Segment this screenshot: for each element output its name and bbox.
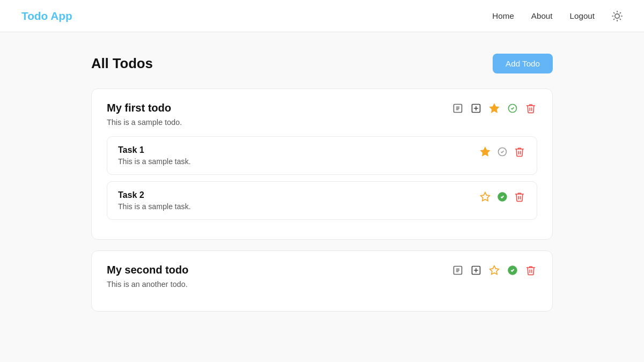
task2-star-empty-icon bbox=[480, 191, 491, 202]
task-description: This is a sample task. bbox=[118, 157, 479, 166]
brand-logo: Todo App bbox=[21, 10, 72, 23]
complete-todo2-button[interactable] bbox=[506, 264, 519, 277]
sun-icon bbox=[612, 11, 623, 21]
todo-description: This is a sample todo. bbox=[107, 118, 537, 127]
about-link[interactable]: About bbox=[531, 11, 553, 20]
todo2-actions bbox=[451, 264, 537, 277]
todo-header: My first todo bbox=[107, 102, 537, 115]
task-check-outline-icon bbox=[497, 146, 508, 157]
brand-highlight: App bbox=[50, 10, 72, 22]
task-trash-icon bbox=[514, 146, 525, 157]
page-title: All Todos bbox=[91, 56, 153, 71]
task-actions bbox=[479, 145, 526, 158]
delete-task2-button[interactable] bbox=[513, 190, 526, 203]
svg-line-7 bbox=[614, 19, 614, 19]
todo2-check-filled-icon bbox=[507, 265, 518, 276]
logout-link[interactable]: Logout bbox=[570, 11, 595, 20]
edit-todo-button[interactable] bbox=[451, 102, 464, 115]
svg-line-4 bbox=[620, 19, 620, 19]
task-title: Task 2 bbox=[118, 190, 479, 200]
todo2-title: My second todo bbox=[107, 264, 188, 276]
trash-icon bbox=[525, 103, 536, 114]
edit-todo2-button[interactable] bbox=[451, 264, 464, 277]
todo-actions bbox=[451, 102, 537, 115]
todo-card: My second todo bbox=[91, 250, 553, 312]
edit-icon bbox=[452, 103, 463, 114]
theme-toggle-button[interactable] bbox=[612, 11, 623, 21]
star-task2-button[interactable] bbox=[479, 190, 492, 203]
star-todo2-button[interactable] bbox=[488, 264, 501, 277]
star-filled-icon bbox=[489, 103, 500, 114]
delete-task-button[interactable] bbox=[513, 145, 526, 158]
delete-todo2-button[interactable] bbox=[524, 264, 537, 277]
main-content: All Todos Add Todo My first todo bbox=[80, 32, 564, 344]
brand-prefix: Todo bbox=[21, 10, 50, 22]
delete-todo-button[interactable] bbox=[524, 102, 537, 115]
svg-marker-17 bbox=[481, 193, 490, 201]
todo2-trash-icon bbox=[525, 265, 536, 276]
task-card: Task 1 This is a sample task. bbox=[107, 136, 537, 175]
check-circle-outline-icon bbox=[507, 103, 518, 114]
add-task-button[interactable] bbox=[470, 102, 482, 115]
svg-marker-15 bbox=[481, 147, 490, 156]
star-task-button[interactable] bbox=[479, 145, 492, 158]
task-actions bbox=[479, 190, 526, 203]
todo-card: My first todo bbox=[91, 88, 553, 240]
todo-title: My first todo bbox=[107, 102, 171, 114]
task-title: Task 1 bbox=[118, 145, 479, 155]
nav-links: Home About Logout bbox=[492, 11, 623, 21]
home-link[interactable]: Home bbox=[492, 11, 514, 20]
svg-marker-23 bbox=[490, 266, 499, 275]
task2-trash-icon bbox=[514, 191, 525, 202]
svg-line-8 bbox=[620, 12, 620, 13]
add-task-icon bbox=[471, 103, 481, 114]
complete-task-button[interactable] bbox=[496, 145, 509, 158]
task-description: This is a sample task. bbox=[118, 202, 479, 211]
svg-point-0 bbox=[615, 13, 619, 18]
todo2-description: This is an another todo. bbox=[107, 280, 537, 289]
task-card: Task 2 This is a sample task. bbox=[107, 181, 537, 220]
svg-marker-13 bbox=[490, 104, 499, 113]
add-todo-button[interactable]: Add Todo bbox=[493, 54, 553, 73]
navbar: Todo App Home About Logout bbox=[0, 0, 644, 32]
edit2-icon bbox=[452, 265, 463, 276]
complete-task2-button[interactable] bbox=[496, 190, 509, 203]
complete-todo-button[interactable] bbox=[506, 102, 519, 115]
svg-line-3 bbox=[614, 12, 614, 13]
add-task2-button[interactable] bbox=[470, 264, 482, 277]
task2-check-filled-icon bbox=[497, 191, 508, 202]
page-header: All Todos Add Todo bbox=[91, 54, 553, 73]
task-info: Task 2 This is a sample task. bbox=[118, 190, 479, 211]
task-info: Task 1 This is a sample task. bbox=[118, 145, 479, 166]
add-task2-icon bbox=[471, 265, 481, 276]
todo-header: My second todo bbox=[107, 264, 537, 277]
todo2-star-empty-icon bbox=[489, 265, 500, 276]
star-todo-button[interactable] bbox=[488, 102, 501, 115]
task-star-filled-icon bbox=[480, 146, 491, 157]
